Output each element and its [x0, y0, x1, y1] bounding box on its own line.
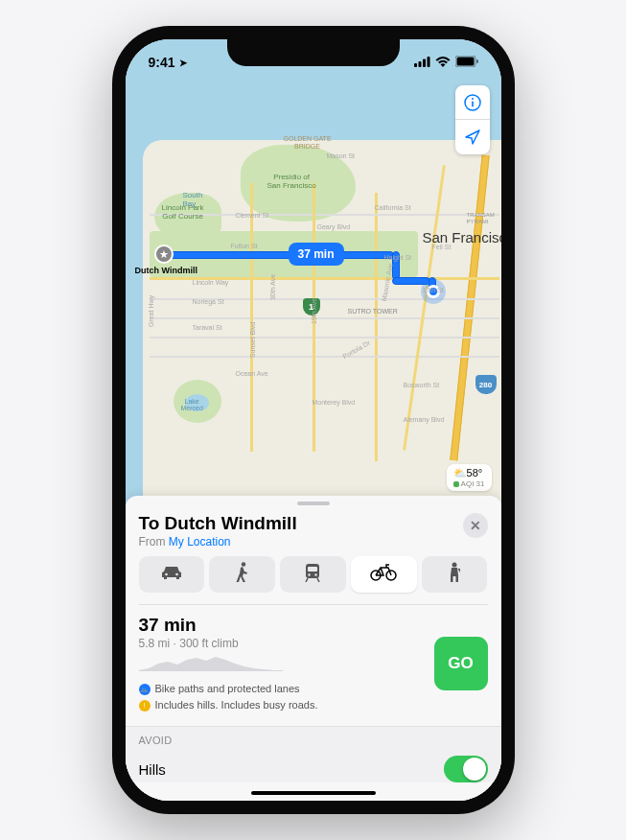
mode-cycle[interactable] [351, 556, 417, 593]
svg-rect-1 [418, 61, 421, 67]
phone-screen: 9:41 ➤ [126, 39, 501, 801]
close-button[interactable]: ✕ [463, 513, 488, 538]
street-label: 19th Ave [311, 298, 317, 324]
street-label: Taraval St [193, 324, 222, 331]
street-label: Lincoln Way [193, 279, 229, 286]
svg-point-15 [309, 573, 311, 575]
street-label: Ocean Ave [236, 370, 268, 377]
phone-frame: 9:41 ➤ [112, 26, 515, 814]
mode-rideshare[interactable] [422, 556, 488, 593]
street-label: Great Hwy [148, 295, 154, 327]
landmark-sutro: SUTRO TOWER [348, 308, 398, 315]
street-label: Fell St [432, 244, 452, 250]
street-label: Bosworth St [404, 382, 440, 388]
route-card: 37 min 5.8 mi · 300 ft climb 🚲Bike paths… [139, 604, 488, 712]
weather-temp: 58° [467, 467, 483, 478]
from-location-link[interactable]: My Location [169, 535, 231, 548]
go-button[interactable]: GO [434, 637, 488, 690]
sheet-title: To Dutch Windmill [139, 513, 297, 534]
svg-rect-3 [427, 57, 429, 67]
route-note: 🚲Bike paths and protected lanes [139, 681, 434, 697]
landmark-golden-gate: GOLDEN GATEBRIDGE [284, 135, 332, 150]
bike-path-icon: 🚲 [139, 684, 151, 695]
warning-icon: ! [139, 700, 151, 712]
street-label: Mason St [327, 152, 356, 159]
svg-point-8 [472, 98, 474, 100]
svg-point-19 [452, 563, 457, 568]
sheet-grabber[interactable] [297, 502, 330, 505]
svg-rect-9 [472, 101, 474, 106]
street-label: Geary Blvd [317, 223, 351, 230]
locate-me-button[interactable] [455, 120, 490, 154]
landmark-presidio: Presidio ofSan Francisco [267, 174, 316, 191]
route-note: !Includes hills. Includes busy roads. [139, 697, 434, 713]
street-label: 17th St [423, 287, 444, 293]
route-polyline [164, 251, 394, 259]
route-time-badge[interactable]: 37 min [289, 243, 344, 266]
landmark-southbay: SouthBay [183, 191, 203, 208]
svg-point-10 [165, 573, 168, 576]
avoid-section: AVOID Hills [126, 726, 501, 782]
map-info-button[interactable] [455, 85, 490, 120]
street-label: Fulton St [231, 243, 258, 249]
weather-aqi: AQI 31 [461, 479, 485, 488]
street-label: Haight St [384, 254, 412, 261]
bicycle-icon [370, 564, 397, 585]
landmark-merced: LakeMerced [181, 398, 203, 411]
directions-sheet: To Dutch Windmill From My Location ✕ [126, 496, 501, 801]
svg-point-16 [315, 573, 317, 575]
cellular-signal-icon [414, 55, 430, 70]
mode-transit[interactable] [280, 556, 346, 593]
mode-walk[interactable] [209, 556, 275, 593]
weather-partly-cloudy-icon: ⛅ [453, 467, 467, 478]
route-stats: 5.8 mi · 300 ft climb [139, 637, 434, 650]
avoid-row-hills: Hills [139, 756, 488, 782]
notch [227, 39, 400, 66]
sheet-from: From My Location [139, 535, 297, 548]
landmark-transamerica: TRANSAMPYRAMI [467, 212, 495, 224]
destination-label: Dutch Windmill [135, 266, 197, 275]
mode-drive[interactable] [139, 556, 205, 593]
avoid-hills-toggle[interactable] [444, 756, 488, 782]
wifi-icon [435, 55, 451, 70]
avoid-section-title: AVOID [139, 735, 488, 746]
elevation-profile [139, 654, 283, 671]
weather-badge[interactable]: ⛅58° AQI 31 [447, 464, 492, 491]
home-indicator[interactable] [251, 791, 376, 795]
street-label: Noriega St [193, 298, 224, 305]
svg-rect-0 [414, 63, 417, 67]
svg-rect-14 [308, 567, 317, 572]
destination-pin[interactable]: ★ [154, 245, 174, 264]
rideshare-icon [448, 562, 461, 587]
walk-icon [236, 562, 249, 587]
svg-point-12 [241, 562, 244, 566]
location-services-icon: ➤ [179, 58, 187, 68]
car-icon [160, 565, 183, 584]
street-label: Sunset Blvd [249, 322, 256, 358]
street-label: Clement St [236, 212, 269, 219]
avoid-hills-label: Hills [139, 761, 166, 778]
map-controls [455, 85, 490, 154]
street-label: Alemany Blvd [404, 416, 445, 423]
svg-rect-5 [456, 58, 474, 66]
close-icon: ✕ [470, 518, 481, 533]
street-label: California St [375, 204, 411, 211]
svg-rect-2 [423, 59, 426, 68]
svg-rect-6 [476, 59, 478, 63]
battery-icon [455, 55, 478, 70]
status-time: 9:41 [149, 55, 175, 70]
street-label: 30th Ave [269, 274, 276, 300]
route-duration: 37 min [139, 615, 434, 636]
route-polyline [392, 277, 430, 285]
street-label: Monterey Blvd [313, 399, 356, 406]
transit-icon [304, 563, 321, 586]
hwy-shield-280: 280 [475, 375, 497, 394]
transport-mode-selector [126, 556, 501, 604]
svg-point-11 [175, 573, 178, 576]
